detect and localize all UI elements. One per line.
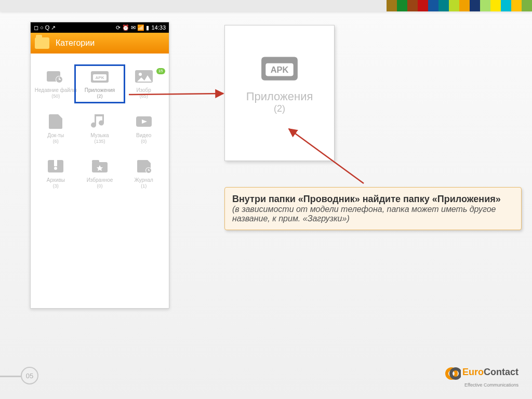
archive-icon: [46, 158, 65, 174]
app-bar: Категории: [31, 33, 169, 54]
ribbon-stripe: [397, 0, 407, 11]
svg-text:APK: APK: [96, 75, 104, 80]
category-count: (2): [78, 94, 122, 100]
svg-rect-10: [54, 160, 57, 166]
fav-icon: [90, 158, 110, 174]
apk-icon: APK: [259, 50, 300, 83]
ribbon-stripe: [407, 0, 418, 11]
callout-main: Внутри папки «Проводник» найдите папку «…: [232, 194, 514, 205]
ribbon-stripe: [449, 0, 459, 11]
video-icon: [134, 113, 154, 129]
ribbon-stripe: [459, 0, 470, 11]
category-video[interactable]: Видео(0): [122, 113, 166, 145]
status-right-icons: ⟳ ⏰ ✉ 📶 ▮: [116, 24, 149, 31]
folder-icon: [35, 37, 49, 49]
page-number: 05: [21, 367, 38, 384]
category-count: (0): [78, 183, 122, 190]
ribbon-stripe: [490, 0, 501, 11]
category-label: Музыка: [78, 132, 122, 139]
status-left-icons: ◻ ○ Q ↗: [34, 24, 56, 31]
recent-icon: [46, 68, 65, 84]
category-grid: Недавние файлы(50)APKПриложения(2)15Изоб…: [31, 54, 169, 204]
category-label: Док-ты: [34, 132, 78, 139]
category-image[interactable]: 15Изобр(65): [122, 68, 166, 100]
ribbon-stripe: [418, 0, 428, 11]
category-label: Архивы: [34, 177, 78, 183]
category-count: (6): [34, 139, 78, 145]
doc-icon: [46, 113, 65, 129]
brand-mark-icon: [445, 366, 461, 381]
phone-mock: ◻ ○ Q ↗ ⟳ ⏰ ✉ 📶 ▮ 14:33 Категории Недавн…: [30, 22, 169, 309]
category-apk[interactable]: APKПриложения(2): [78, 68, 122, 100]
category-fav[interactable]: Избранное(0): [78, 158, 122, 190]
music-icon: [90, 113, 110, 129]
category-archive[interactable]: Архивы(3): [34, 158, 78, 190]
category-label: Изобр: [122, 87, 166, 94]
ribbon-stripe: [428, 0, 438, 11]
status-time: 14:33: [151, 24, 166, 31]
status-bar: ◻ ○ Q ↗ ⟳ ⏰ ✉ 📶 ▮ 14:33: [31, 22, 169, 33]
top-ribbon: [0, 0, 532, 11]
category-journal[interactable]: Журнал(1): [122, 158, 166, 190]
category-count: (50): [34, 94, 78, 100]
category-doc[interactable]: Док-ты(6): [34, 113, 78, 145]
ribbon-stripe: [522, 0, 532, 11]
category-music[interactable]: Музыка(135): [78, 113, 122, 145]
category-count: (0): [122, 139, 166, 145]
brand-tagline: Effective Communications: [464, 382, 518, 388]
zoom-tile-label: Приложения: [225, 90, 334, 103]
zoom-tile-count: (2): [225, 103, 334, 114]
category-label: Приложения: [78, 87, 122, 94]
apk-icon: APK: [90, 68, 110, 84]
category-count: (65): [122, 94, 166, 100]
svg-point-7: [139, 73, 142, 76]
brand-part2: Contact: [484, 367, 518, 377]
category-label: Избранное: [78, 177, 122, 183]
category-count: (135): [78, 139, 122, 145]
svg-point-11: [54, 167, 57, 170]
ribbon-stripe: [387, 0, 397, 11]
category-label: Видео: [122, 132, 166, 139]
ribbon-stripe: [438, 0, 449, 11]
ribbon-stripe: [501, 0, 511, 11]
ribbon-stripe: [511, 0, 522, 11]
svg-text:APK: APK: [271, 65, 289, 74]
category-label: Недавние файлы: [34, 87, 78, 94]
badge: 15: [156, 68, 165, 74]
brand-logo: EuroContact Effective Communications: [445, 366, 518, 388]
instruction-callout: Внутри папки «Проводник» найдите папку «…: [224, 187, 522, 230]
category-label: Журнал: [122, 177, 166, 183]
zoom-tile: APK Приложения (2): [224, 25, 335, 161]
brand-part1: Euro: [462, 367, 484, 377]
ribbon-stripe: [480, 0, 490, 11]
category-recent[interactable]: Недавние файлы(50): [34, 68, 78, 100]
journal-icon: [134, 158, 154, 174]
category-count: (3): [34, 183, 78, 190]
svg-rect-13: [92, 160, 99, 163]
category-count: (1): [122, 183, 166, 190]
appbar-title: Категории: [56, 38, 95, 48]
ribbon-stripe: [470, 0, 480, 11]
image-icon: [134, 68, 154, 84]
callout-sub: (в зависимости от модели телефона, папка…: [232, 205, 514, 223]
